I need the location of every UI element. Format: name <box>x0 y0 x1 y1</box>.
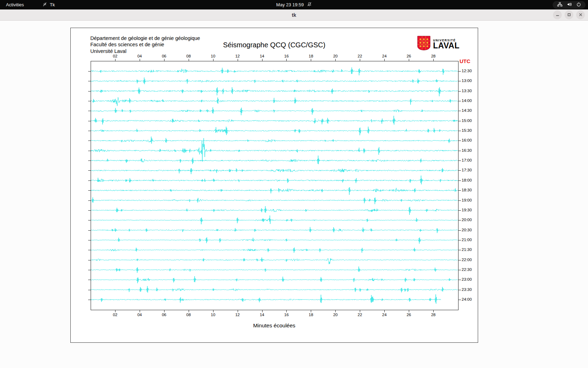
trace-tick-left <box>88 270 91 270</box>
x-tick-bottom <box>213 310 214 312</box>
system-status-area[interactable] <box>553 1 586 9</box>
trace-tick-left <box>88 170 91 171</box>
trace-tick-right <box>458 230 461 231</box>
x-tick-bottom <box>164 310 164 312</box>
x-tick-top <box>433 59 434 61</box>
x-tick-label-top: 20 <box>333 54 338 58</box>
trace-tick-left <box>88 190 91 191</box>
x-tick-label-bottom: 16 <box>284 313 289 317</box>
trace-time-label: 16:30 <box>462 148 472 153</box>
tk-icon <box>42 2 47 8</box>
tk-app-indicator[interactable]: Tk <box>42 2 55 8</box>
laval-wordmark-bottom: LAVAL <box>433 42 460 49</box>
trace-tick-right <box>458 111 461 111</box>
x-tick-bottom <box>360 310 360 312</box>
x-tick-top <box>360 59 360 61</box>
x-tick-label-bottom: 06 <box>162 313 166 317</box>
bell-disabled-icon <box>307 2 312 8</box>
x-tick-label-top: 10 <box>211 54 215 58</box>
power-icon <box>576 2 581 8</box>
trace-time-label: 21:00 <box>462 238 472 242</box>
x-tick-label-bottom: 24 <box>382 313 387 317</box>
trace-tick-right <box>458 280 461 280</box>
trace-tick-right <box>458 190 461 191</box>
trace-tick-right <box>458 170 461 171</box>
trace-tick-left <box>88 300 91 300</box>
trace-tick-right <box>458 101 461 101</box>
x-tick-label-top: 26 <box>407 54 411 58</box>
x-tick-top <box>189 59 189 61</box>
trace-tick-left <box>88 220 91 220</box>
trace-time-label: 16:00 <box>462 138 472 143</box>
close-button[interactable] <box>576 11 585 19</box>
trace-tick-right <box>458 210 461 211</box>
x-tick-bottom <box>311 310 311 312</box>
trace-time-label: 12:30 <box>462 69 472 73</box>
trace-tick-right <box>458 141 461 141</box>
x-tick-top <box>335 59 336 61</box>
universite-laval-logo: UNIVERSITÉ LAVAL <box>417 36 460 52</box>
trace-time-label: 15:00 <box>462 118 472 123</box>
clock-label: May 23 19:59 <box>276 2 304 7</box>
trace-tick-left <box>88 131 91 131</box>
trace-time-label: 22:30 <box>462 267 472 272</box>
trace-tick-right <box>458 300 461 300</box>
trace-time-label: 23:30 <box>462 287 472 292</box>
x-tick-label-bottom: 08 <box>186 313 191 317</box>
trace-tick-left <box>88 290 91 290</box>
x-tick-label-top: 12 <box>235 54 240 58</box>
trace-tick-left <box>88 81 91 81</box>
x-tick-top <box>164 59 164 61</box>
x-tick-label-top: 22 <box>358 54 362 58</box>
close-icon <box>579 12 582 18</box>
activities-button[interactable]: Activities <box>0 0 30 9</box>
window-titlebar[interactable]: tk <box>0 9 588 21</box>
trace-tick-left <box>88 141 91 141</box>
trace-tick-left <box>88 250 91 250</box>
x-tick-bottom <box>262 310 262 312</box>
x-tick-top <box>384 59 385 61</box>
laval-shield-icon <box>417 36 430 52</box>
trace-tick-left <box>88 260 91 260</box>
x-tick-label-top: 24 <box>382 54 387 58</box>
trace-tick-left <box>88 121 91 121</box>
x-tick-top <box>409 59 409 61</box>
x-tick-bottom <box>140 310 140 312</box>
trace-time-label: 13:00 <box>462 79 472 83</box>
x-tick-label-top: 02 <box>113 54 118 58</box>
x-tick-label-bottom: 12 <box>235 313 240 317</box>
trace-tick-left <box>88 111 91 111</box>
x-tick-label-bottom: 04 <box>137 313 142 317</box>
x-tick-label-bottom: 02 <box>113 313 118 317</box>
x-tick-label-bottom: 14 <box>260 313 264 317</box>
laval-wordmark: UNIVERSITÉ LAVAL <box>433 39 460 49</box>
maximize-button[interactable] <box>565 11 573 19</box>
trace-time-label: 14:00 <box>462 98 472 103</box>
x-tick-bottom <box>384 310 385 312</box>
trace-tick-left <box>88 91 91 91</box>
trace-time-label: 17:30 <box>462 168 472 172</box>
maximize-icon <box>567 12 571 18</box>
figure-frame: Département de géologie et de génie géol… <box>70 28 478 343</box>
x-tick-top <box>213 59 214 61</box>
x-tick-top <box>286 59 287 61</box>
x-tick-bottom <box>335 310 336 312</box>
trace-tick-left <box>88 210 91 211</box>
utc-label: UTC <box>460 58 470 64</box>
network-icon <box>557 2 562 8</box>
trace-time-label: 23:00 <box>462 277 472 282</box>
clock-button[interactable]: May 23 19:59 <box>276 0 312 9</box>
minimize-button[interactable] <box>553 11 562 19</box>
minimize-icon <box>556 12 559 18</box>
x-tick-label-top: 18 <box>309 54 313 58</box>
trace-tick-left <box>88 71 91 71</box>
window-title: tk <box>292 12 296 18</box>
trace-time-label: 19:30 <box>462 208 472 212</box>
trace-time-label: 13:30 <box>462 89 472 93</box>
trace-tick-left <box>88 280 91 280</box>
x-tick-top <box>311 59 311 61</box>
x-tick-top <box>238 59 238 61</box>
trace-tick-left <box>88 240 91 240</box>
x-tick-label-bottom: 10 <box>211 313 215 317</box>
x-tick-top <box>262 59 262 61</box>
